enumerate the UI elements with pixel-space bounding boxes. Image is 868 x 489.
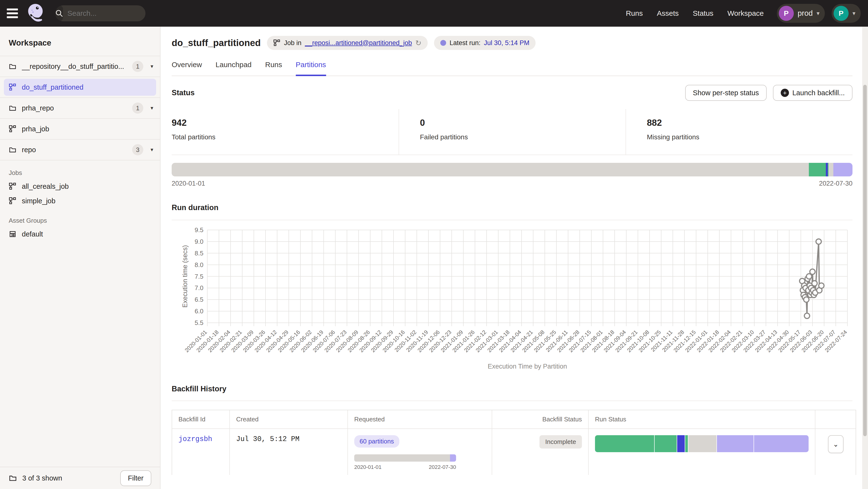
- hamburger-menu-icon[interactable]: [7, 8, 18, 18]
- requested-range-start: 2020-01-01: [354, 464, 382, 470]
- gray-segment: [172, 163, 809, 176]
- requested-partitions-pill[interactable]: 60 partitions: [354, 435, 399, 448]
- caret-down-icon[interactable]: ▾: [151, 105, 153, 111]
- run-status-bar[interactable]: [595, 435, 809, 452]
- partition-range-start: 2020-01-01: [172, 180, 205, 187]
- table-row: jozrgsbh Jul 30, 5:12 PM 60 partitions 2…: [172, 429, 856, 475]
- gray-segment: [354, 454, 450, 462]
- refresh-icon[interactable]: ↻: [415, 39, 422, 47]
- launch-backfill-button[interactable]: + Launch backfill...: [773, 85, 852, 101]
- search-box[interactable]: /: [55, 5, 146, 21]
- status-heading: Status: [172, 89, 195, 97]
- count-badge: 1: [132, 102, 143, 113]
- nav-runs[interactable]: Runs: [626, 9, 643, 18]
- execution-time-chart: 9.59.08.58.07.57.06.56.05.52020-01-01202…: [172, 220, 852, 379]
- tab-partitions[interactable]: Partitions: [296, 61, 326, 76]
- sidebar-item-do_stuff_partitioned[interactable]: do_stuff_partitioned: [4, 79, 156, 96]
- sidebar-item-label: __repository__do_stuff_partitio...: [22, 63, 127, 70]
- lavender-segment: [717, 435, 753, 452]
- filter-button[interactable]: Filter: [120, 470, 151, 486]
- backfill-history-heading: Backfill History: [172, 385, 852, 393]
- sidebar-item-label: prha_job: [22, 125, 153, 133]
- sidebar-item--repository-do-stuff-partitio-[interactable]: __repository__do_stuff_partitio...1▾: [0, 56, 160, 77]
- run-duration-chart-svg: 9.59.08.58.07.57.06.56.05.52020-01-01202…: [172, 220, 857, 378]
- jobs-section-heading: Jobs: [0, 160, 160, 179]
- blue-segment: [826, 163, 828, 176]
- col-backfill-status: Backfill Status: [492, 410, 589, 428]
- sidebar-item-prha-repo[interactable]: prha_repo1▾: [0, 98, 160, 119]
- svg-text:8.0: 8.0: [195, 261, 204, 268]
- col-requested: Requested: [348, 410, 492, 428]
- caret-down-icon[interactable]: ▾: [151, 63, 153, 70]
- col-actions: [815, 410, 856, 428]
- y-axis-label: Execution time (secs): [181, 245, 189, 307]
- main-content: do_stuff_partitioned Job in __reposi...a…: [160, 27, 868, 489]
- partition-range-end: 2022-07-30: [819, 180, 852, 187]
- backfill-id-link[interactable]: jozrgsbh: [179, 435, 212, 443]
- job-origin-link[interactable]: __reposi...artitioned@partitioned_job: [305, 39, 412, 47]
- vertical-scrollbar[interactable]: [862, 27, 868, 489]
- scrollbar-thumb[interactable]: [863, 85, 867, 436]
- sidebar-item-label: repo: [22, 146, 127, 154]
- asset-group-icon: [9, 230, 17, 238]
- svg-text:8.5: 8.5: [195, 250, 204, 257]
- stat-value: 882: [647, 118, 852, 128]
- requested-cell: 60 partitions 2020-01-01 2022-07-30: [348, 429, 492, 475]
- stat-failed-partitions: 0 Failed partitions: [399, 109, 625, 155]
- requested-progress-bar: [354, 454, 456, 462]
- tab-overview[interactable]: Overview: [172, 61, 202, 76]
- table-header-row: Backfill Id Created Requested Backfill S…: [172, 410, 856, 429]
- stat-total-partitions: 942 Total partitions: [172, 109, 399, 155]
- user-menu[interactable]: P ▾: [832, 4, 861, 23]
- deployment-switcher[interactable]: P prod ▾: [777, 4, 825, 23]
- col-backfill-id: Backfill Id: [172, 410, 230, 428]
- sidebar-asset-group-default[interactable]: default: [0, 227, 160, 241]
- job-label: simple_job: [22, 197, 56, 205]
- svg-text:6.5: 6.5: [195, 296, 204, 303]
- page-header: do_stuff_partitioned Job in __reposi...a…: [172, 27, 852, 50]
- lavender-segment: [833, 163, 852, 176]
- partition-status-bar[interactable]: [172, 163, 852, 176]
- stat-label: Missing partitions: [647, 133, 852, 141]
- job-label: all_cereals_job: [22, 183, 69, 191]
- sidebar-job-simple_job[interactable]: simple_job: [0, 194, 160, 208]
- green-segment: [685, 435, 688, 452]
- sidebar-item-repo[interactable]: repo3▾: [0, 139, 160, 160]
- nav-assets[interactable]: Assets: [657, 9, 679, 18]
- topbar: / Runs Assets Status Workspace P prod ▾ …: [0, 0, 868, 27]
- dagster-logo-icon[interactable]: [26, 2, 47, 24]
- repository-list: __repository__do_stuff_partitio...1▾ do_…: [0, 56, 160, 160]
- sidebar-item-prha-job[interactable]: prha_job: [0, 119, 160, 139]
- expand-row-button[interactable]: ⌄: [828, 435, 843, 453]
- nav-workspace[interactable]: Workspace: [727, 9, 764, 18]
- count-badge: 1: [132, 61, 143, 72]
- sidebar-job-all_cereals_job[interactable]: all_cereals_job: [0, 179, 160, 194]
- sidebar-item-label: prha_repo: [22, 104, 127, 112]
- svg-text:7.5: 7.5: [195, 273, 204, 280]
- green-segment: [595, 435, 654, 452]
- show-per-step-status-button[interactable]: Show per-step status: [685, 85, 767, 101]
- backfill-created: Jul 30, 5:12 PM: [236, 435, 300, 443]
- folder-icon: [9, 63, 17, 70]
- top-navigation: Runs Assets Status Workspace: [626, 9, 764, 18]
- nav-status[interactable]: Status: [693, 9, 713, 18]
- job-icon: [9, 125, 17, 133]
- svg-text:5.5: 5.5: [195, 319, 204, 326]
- job-tabs: OverviewLaunchpadRunsPartitions: [172, 61, 852, 76]
- job-icon: [273, 39, 281, 46]
- deployment-avatar: P: [779, 6, 794, 21]
- chevron-down-icon: ▾: [852, 10, 856, 17]
- sidebar-footer: 3 of 3 shown Filter: [0, 467, 160, 489]
- user-avatar: P: [834, 6, 848, 21]
- stat-value: 942: [172, 118, 399, 128]
- tab-launchpad[interactable]: Launchpad: [216, 61, 251, 76]
- asset-group-label: default: [22, 230, 43, 238]
- caret-down-icon[interactable]: ▾: [151, 146, 153, 153]
- tab-runs[interactable]: Runs: [265, 61, 282, 76]
- col-run-status: Run Status: [589, 410, 815, 428]
- asset-groups-list: default: [0, 227, 160, 241]
- job-icon: [9, 84, 17, 91]
- search-input[interactable]: [63, 9, 146, 18]
- latest-run-label: Latest run:: [450, 39, 480, 47]
- latest-run-link[interactable]: Jul 30, 5:14 PM: [484, 39, 530, 47]
